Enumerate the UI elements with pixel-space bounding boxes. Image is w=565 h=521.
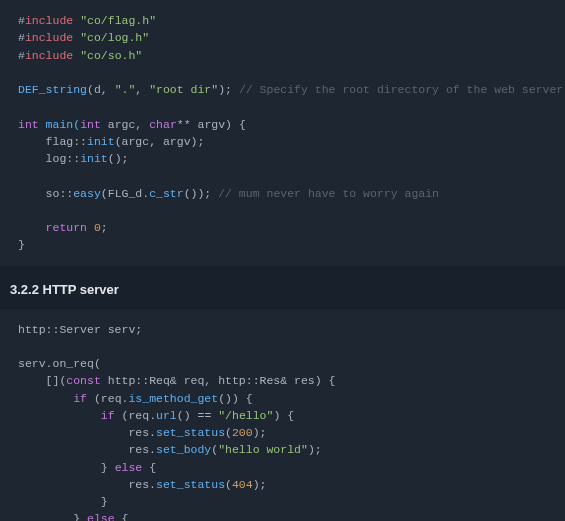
include-path: "co/flag.h" xyxy=(80,14,156,27)
include-kw: include xyxy=(25,49,73,62)
code-text: } xyxy=(18,512,87,521)
code-text: ) { xyxy=(273,409,294,422)
code-text: } xyxy=(18,238,25,251)
fn-name: main( xyxy=(39,118,80,131)
code-line: http::Server serv; xyxy=(18,323,142,336)
code-text: ); xyxy=(253,478,267,491)
code-text: http::Req& req, http::Res& res) { xyxy=(101,374,336,387)
code-text: () == xyxy=(177,409,218,422)
else-kw: else xyxy=(115,461,143,474)
namespace: log:: xyxy=(46,152,81,165)
code-text: (req. xyxy=(87,392,128,405)
fn-name: set_status xyxy=(156,426,225,439)
fn-name: easy xyxy=(73,187,101,200)
code-text xyxy=(18,392,73,405)
string-literal: "hello world" xyxy=(218,443,308,456)
const-kw: const xyxy=(66,374,101,387)
code-text xyxy=(18,409,101,422)
code-text: (argc, argv); xyxy=(115,135,205,148)
code-text: ; xyxy=(101,221,108,234)
type-kw: int xyxy=(18,118,39,131)
code-text: res. xyxy=(18,478,156,491)
code-text: ); xyxy=(218,83,232,96)
else-kw: else xyxy=(87,512,115,521)
include-kw: include xyxy=(25,31,73,44)
code-text: (FLG_d. xyxy=(101,187,149,200)
code-block-1: #include "co/flag.h" #include "co/log.h"… xyxy=(0,0,565,266)
type-kw: int xyxy=(80,118,101,131)
string-literal: "/hello" xyxy=(218,409,273,422)
code-text: ** argv) { xyxy=(177,118,246,131)
code-text: res. xyxy=(18,426,156,439)
if-kw: if xyxy=(73,392,87,405)
string-literal: "root dir" xyxy=(149,83,218,96)
code-block-2: http::Server serv; serv.on_req( [](const… xyxy=(0,309,565,522)
fn-name: init xyxy=(87,135,115,148)
include-path: "co/so.h" xyxy=(80,49,142,62)
fn-name: set_status xyxy=(156,478,225,491)
number: 0 xyxy=(87,221,101,234)
code-text: , xyxy=(135,83,149,96)
code-line: serv.on_req( xyxy=(18,357,101,370)
code-text: ( xyxy=(225,426,232,439)
type-kw: char xyxy=(149,118,177,131)
return-kw: return xyxy=(46,221,87,234)
comment: // Specify the root directory of the web… xyxy=(232,83,563,96)
section-heading: 3.2.2 HTTP server xyxy=(0,266,565,309)
number: 200 xyxy=(232,426,253,439)
fn-name: is_method_get xyxy=(128,392,218,405)
code-text: ); xyxy=(253,426,267,439)
code-text: ()); xyxy=(184,187,212,200)
code-text: ()) { xyxy=(218,392,253,405)
code-text: argc, xyxy=(101,118,149,131)
fn-name: init xyxy=(80,152,108,165)
comment: // mum never have to worry again xyxy=(211,187,439,200)
code-text: []( xyxy=(18,374,66,387)
fn-name: c_str xyxy=(149,187,184,200)
code-text: (); xyxy=(108,152,129,165)
fn-name: url xyxy=(156,409,177,422)
code-text: res. xyxy=(18,443,156,456)
code-text: { xyxy=(142,461,156,474)
code-text: (req. xyxy=(115,409,156,422)
code-text: { xyxy=(115,512,129,521)
string-literal: "." xyxy=(115,83,136,96)
fn-name: set_body xyxy=(156,443,211,456)
include-path: "co/log.h" xyxy=(80,31,149,44)
include-kw: include xyxy=(25,14,73,27)
code-text: } xyxy=(18,461,115,474)
code-text: (d, xyxy=(87,83,115,96)
namespace: flag:: xyxy=(46,135,87,148)
code-text: ); xyxy=(308,443,322,456)
namespace: so:: xyxy=(46,187,74,200)
if-kw: if xyxy=(101,409,115,422)
macro-name: DEF_string xyxy=(18,83,87,96)
number: 404 xyxy=(232,478,253,491)
code-text: ( xyxy=(225,478,232,491)
code-line: } xyxy=(18,495,108,508)
